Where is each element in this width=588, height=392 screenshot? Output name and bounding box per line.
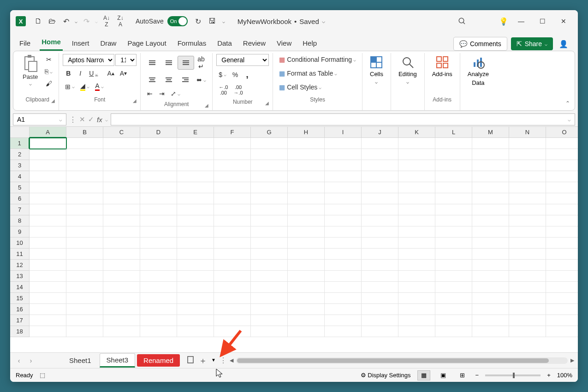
cell[interactable] xyxy=(66,293,103,304)
cell[interactable] xyxy=(362,215,398,226)
cell[interactable] xyxy=(435,138,472,149)
cell[interactable] xyxy=(398,249,435,260)
cell[interactable] xyxy=(472,304,509,315)
fx-icon[interactable]: fx xyxy=(97,116,102,124)
cell[interactable] xyxy=(362,315,398,326)
maximize-button[interactable]: ☐ xyxy=(532,14,553,29)
cell[interactable] xyxy=(435,171,472,182)
cell[interactable] xyxy=(140,182,177,193)
row-header[interactable]: 7 xyxy=(10,204,30,215)
cell[interactable] xyxy=(472,182,509,193)
cell[interactable] xyxy=(177,260,214,271)
cell[interactable] xyxy=(103,304,140,315)
cell[interactable] xyxy=(288,193,325,204)
tab-file[interactable]: File xyxy=(18,36,32,51)
row-header[interactable]: 11 xyxy=(10,249,30,260)
cell[interactable] xyxy=(214,271,251,282)
cell[interactable] xyxy=(362,149,398,160)
cell[interactable] xyxy=(177,249,214,260)
cell[interactable] xyxy=(325,238,362,249)
paste-button[interactable]: Paste ⌵ xyxy=(20,54,41,87)
cell[interactable] xyxy=(288,204,325,215)
cell[interactable] xyxy=(140,149,177,160)
cell[interactable] xyxy=(435,215,472,226)
cell[interactable] xyxy=(325,149,362,160)
cell[interactable] xyxy=(546,160,578,171)
cell[interactable] xyxy=(140,293,177,304)
cell[interactable] xyxy=(325,193,362,204)
row-header[interactable]: 13 xyxy=(10,271,30,282)
wrap-text-button[interactable]: ab↵ xyxy=(195,54,207,71)
cell[interactable] xyxy=(30,160,66,171)
zoom-slider[interactable] xyxy=(485,374,540,376)
save-icon[interactable]: 🖫 xyxy=(205,14,219,28)
enter-formula-icon[interactable]: ✓ xyxy=(88,115,94,124)
zoom-thumb[interactable] xyxy=(513,373,515,378)
cell[interactable] xyxy=(509,249,546,260)
cell[interactable] xyxy=(214,304,251,315)
cell[interactable] xyxy=(398,304,435,315)
cell[interactable] xyxy=(103,160,140,171)
cell[interactable] xyxy=(30,149,66,160)
page-layout-view-button[interactable]: ▣ xyxy=(437,370,450,380)
cell[interactable] xyxy=(509,160,546,171)
cell[interactable] xyxy=(362,249,398,260)
italic-button[interactable]: I xyxy=(75,68,86,79)
column-header[interactable]: J xyxy=(362,127,398,138)
row-header[interactable]: 18 xyxy=(10,326,30,337)
cell[interactable] xyxy=(251,315,288,326)
cells-button[interactable]: Cells⌵ xyxy=(366,54,387,86)
cell[interactable] xyxy=(288,215,325,226)
column-header[interactable]: H xyxy=(288,127,325,138)
cell[interactable] xyxy=(435,204,472,215)
number-launcher[interactable]: ◢ xyxy=(265,101,269,106)
horizontal-scrollbar[interactable] xyxy=(236,357,568,364)
cell[interactable] xyxy=(251,226,288,238)
cell[interactable] xyxy=(472,160,509,171)
cell[interactable] xyxy=(472,249,509,260)
cell[interactable] xyxy=(251,193,288,204)
cell[interactable] xyxy=(103,326,140,337)
cell[interactable] xyxy=(214,282,251,293)
cell[interactable] xyxy=(509,271,546,282)
cell[interactable] xyxy=(435,326,472,337)
cell[interactable] xyxy=(546,138,578,149)
cell[interactable] xyxy=(546,271,578,282)
cell[interactable] xyxy=(103,204,140,215)
cell[interactable] xyxy=(472,204,509,215)
cell[interactable] xyxy=(398,238,435,249)
hscroll-thumb[interactable] xyxy=(237,358,549,363)
formula-bar[interactable]: ⌵ xyxy=(111,113,575,125)
cell[interactable] xyxy=(66,304,103,315)
cell[interactable] xyxy=(103,293,140,304)
cell[interactable] xyxy=(214,315,251,326)
merge-center-button[interactable]: ⬌ xyxy=(194,74,208,85)
cell[interactable] xyxy=(325,249,362,260)
cell[interactable] xyxy=(288,160,325,171)
cell[interactable] xyxy=(509,315,546,326)
cell[interactable] xyxy=(214,215,251,226)
undo-button[interactable]: ↶ xyxy=(59,14,73,28)
cell[interactable] xyxy=(362,193,398,204)
share-button[interactable]: ⇱ Share ⌵ xyxy=(511,37,553,50)
sheet-tab-sheet3[interactable]: Sheet3 xyxy=(100,353,136,368)
cell[interactable] xyxy=(398,193,435,204)
sheet-tab-sheet1[interactable]: Sheet1 xyxy=(63,354,98,367)
row-header[interactable]: 2 xyxy=(10,149,30,160)
cell[interactable] xyxy=(214,326,251,337)
cell[interactable] xyxy=(398,182,435,193)
cell[interactable] xyxy=(66,326,103,337)
open-file-icon[interactable]: 🗁 xyxy=(45,14,59,28)
analyze-data-button[interactable]: Analyze Data xyxy=(464,54,493,88)
tab-help[interactable]: Help xyxy=(301,36,319,51)
decrease-decimal-button[interactable]: .00→.0 xyxy=(231,83,245,97)
addins-button[interactable]: Add-ins xyxy=(428,54,456,79)
clipboard-launcher[interactable]: ◢ xyxy=(51,98,55,103)
cell[interactable] xyxy=(472,171,509,182)
cell[interactable] xyxy=(398,282,435,293)
cell[interactable] xyxy=(509,182,546,193)
cell[interactable] xyxy=(435,149,472,160)
cell[interactable] xyxy=(177,293,214,304)
cell[interactable] xyxy=(30,315,66,326)
cell[interactable] xyxy=(325,293,362,304)
